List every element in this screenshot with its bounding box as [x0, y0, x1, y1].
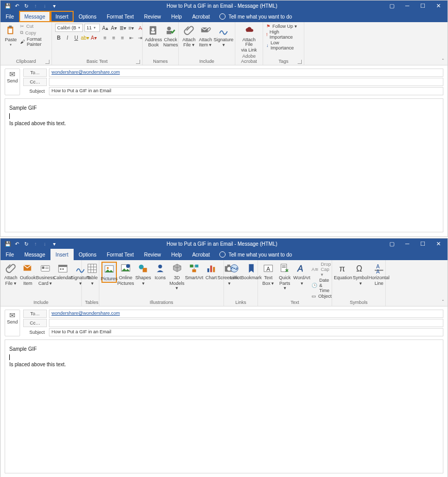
shrink-font-icon[interactable]: A▾ — [110, 24, 117, 31]
object-button[interactable]: ▭Object — [312, 294, 332, 299]
undo-icon[interactable]: ↶ — [14, 241, 20, 247]
cc-button[interactable]: Cc… — [23, 78, 47, 86]
equation-button[interactable]: π Equation — [335, 262, 351, 280]
to-button[interactable]: To… — [23, 69, 47, 77]
business-card-button[interactable]: BusinessCard ▾ — [38, 262, 53, 286]
tab-acrobat[interactable]: Acrobat — [187, 11, 215, 22]
tab-insert[interactable]: Insert — [50, 249, 74, 260]
tab-formattext[interactable]: Format Text — [101, 249, 139, 260]
tab-formattext[interactable]: Format Text — [101, 11, 139, 22]
message-body[interactable]: Sample GIF Is placed above this text. — [5, 339, 443, 473]
tab-acrobat[interactable]: Acrobat — [187, 249, 215, 260]
bold-button[interactable]: B — [55, 34, 62, 41]
message-body[interactable]: Sample GIF Is placed above this text. — [5, 98, 443, 232]
ribbon-display-icon[interactable]: ▢ — [389, 3, 395, 9]
tell-me[interactable]: Tell me what you want to do — [215, 11, 296, 22]
align-center-icon[interactable]: ≡ — [110, 34, 117, 41]
link-button[interactable]: Link — [227, 262, 242, 280]
tab-options[interactable]: Options — [74, 11, 101, 22]
align-left-icon[interactable]: ≡ — [101, 34, 109, 41]
low-importance-button[interactable]: ↓Low Importance — [266, 40, 301, 50]
to-field[interactable]: wondershare@wondershare.com — [49, 310, 443, 318]
follow-up-button[interactable]: ⚑Follow Up ▾ — [266, 24, 301, 29]
tab-file[interactable]: File — [1, 11, 19, 22]
calendar-button[interactable]: Calendar — [55, 262, 71, 280]
bookmark-button[interactable]: Bookmark — [244, 262, 259, 280]
tab-help[interactable]: Help — [166, 11, 187, 22]
wordart-button[interactable]: A WordArt▾ — [294, 262, 309, 286]
tab-review[interactable]: Review — [139, 11, 166, 22]
horizontal-line-button[interactable]: AA HorizontalLine — [370, 262, 388, 286]
to-button[interactable]: To… — [23, 310, 47, 318]
outdent-icon[interactable]: ⇤ — [128, 34, 135, 41]
maximize-icon[interactable]: ☐ — [420, 241, 426, 247]
pictures-button[interactable]: Pictures — [101, 262, 117, 282]
shapes-button[interactable]: Shapes▾ — [135, 262, 151, 286]
minimize-icon[interactable]: ─ — [404, 3, 410, 9]
chart-button[interactable]: Chart — [204, 262, 218, 280]
signature-button[interactable]: Signature ▾ — [215, 24, 232, 48]
cc-field[interactable] — [49, 319, 443, 327]
font-color-button[interactable]: A▾ — [90, 34, 97, 41]
close-icon[interactable]: ✕ — [435, 3, 441, 9]
cc-field[interactable] — [49, 78, 443, 86]
tab-help[interactable]: Help — [166, 249, 187, 260]
bullets-icon[interactable]: ≣▾ — [119, 24, 126, 31]
save-icon[interactable]: 💾 — [5, 3, 11, 9]
redo-icon[interactable]: ↻ — [23, 3, 29, 9]
cc-button[interactable]: Cc… — [23, 319, 47, 327]
undo-icon[interactable]: ↶ — [14, 3, 20, 9]
tab-message[interactable]: Message — [19, 11, 50, 22]
send-button[interactable]: ✉ Send — [5, 310, 20, 336]
font-name-combo[interactable]: Calibri (B▾ — [55, 24, 83, 32]
tab-review[interactable]: Review — [139, 249, 166, 260]
font-size-combo[interactable]: 11▾ — [84, 24, 100, 32]
align-right-icon[interactable]: ≡ — [119, 34, 126, 41]
minimize-icon[interactable]: ─ — [404, 241, 410, 247]
qat-customize-icon[interactable]: ▾ — [51, 3, 57, 9]
underline-button[interactable]: U — [73, 34, 80, 41]
3d-models-button[interactable]: 3DModels ▾ — [169, 262, 184, 291]
outlook-item-button[interactable]: OutlookItem — [20, 262, 36, 286]
tell-me[interactable]: Tell me what you want to do — [215, 249, 296, 260]
tab-message[interactable]: Message — [19, 249, 50, 260]
close-icon[interactable]: ✕ — [435, 241, 441, 247]
dialog-launcher-icon[interactable] — [136, 60, 140, 64]
symbol-button[interactable]: Ω Symbol▾ — [353, 262, 368, 286]
tab-file[interactable]: File — [1, 249, 19, 260]
to-field[interactable]: wondershare@wondershare.com — [49, 69, 443, 77]
subject-field[interactable]: How to Put a GIF in an Email — [49, 328, 443, 336]
paste-button[interactable]: Paste — [4, 24, 18, 47]
attach-item-button[interactable]: Attach Item ▾ — [198, 24, 213, 48]
attach-file-button[interactable]: AttachFile ▾ — [4, 262, 18, 286]
table-button[interactable]: Table▾ — [85, 262, 99, 286]
attach-file-via-link-button[interactable]: Attach File via Link — [238, 24, 260, 53]
date-time-button[interactable]: 🕒Date & Time — [312, 278, 332, 293]
collapse-ribbon-icon[interactable]: ˄ — [442, 299, 444, 304]
send-button[interactable]: ✉ Send — [5, 69, 20, 95]
quick-parts-button[interactable]: QuickParts ▾ — [278, 262, 292, 291]
save-icon[interactable]: 💾 — [5, 241, 11, 247]
italic-button[interactable]: I — [64, 34, 71, 41]
tab-insert[interactable]: Insert — [50, 11, 74, 22]
attach-file-button[interactable]: Attach File ▾ — [182, 24, 196, 48]
numbering-icon[interactable]: ≡▾ — [128, 24, 135, 31]
icons-button[interactable]: Icons — [153, 262, 167, 280]
check-names-button[interactable]: Check Names — [163, 24, 178, 48]
dialog-launcher-icon[interactable] — [298, 60, 302, 64]
redo-icon[interactable]: ↻ — [23, 241, 29, 247]
grow-font-icon[interactable]: A▴ — [101, 24, 109, 31]
tab-options[interactable]: Options — [74, 249, 101, 260]
qat-customize-icon[interactable]: ▾ — [51, 241, 57, 247]
address-book-button[interactable]: Address Book — [146, 24, 161, 48]
dialog-launcher-icon[interactable] — [45, 60, 49, 64]
ribbon-display-icon[interactable]: ▢ — [389, 241, 395, 247]
smartart-button[interactable]: SmartArt — [186, 262, 202, 280]
subject-field[interactable]: How to Put a GIF in an Email — [49, 87, 443, 95]
format-painter-button[interactable]: 🖌 Format Painter — [20, 37, 48, 47]
maximize-icon[interactable]: ☐ — [420, 3, 426, 9]
text-box-button[interactable]: A TextBox ▾ — [261, 262, 275, 286]
collapse-ribbon-icon[interactable]: ˄ — [442, 58, 444, 63]
high-importance-button[interactable]: !High Importance — [266, 29, 301, 40]
highlight-button[interactable]: ab▾ — [81, 34, 89, 41]
